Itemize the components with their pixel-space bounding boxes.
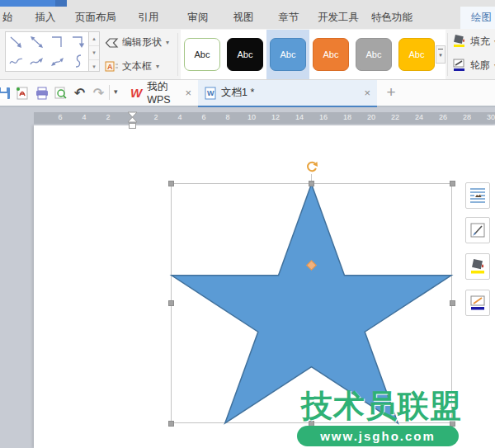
text-box-button[interactable]: A 文本框 ▾ bbox=[105, 59, 159, 73]
tab-document1-active[interactable]: W 文档1 * × bbox=[198, 80, 377, 106]
outline-icon bbox=[452, 58, 467, 73]
resize-handle-top-left[interactable] bbox=[168, 181, 174, 186]
style-swatch-black[interactable]: Abc bbox=[227, 38, 263, 71]
style-gallery-more-bar bbox=[438, 49, 443, 50]
tab-references[interactable]: 引用 bbox=[139, 7, 159, 29]
shape-style-button[interactable] bbox=[465, 217, 490, 243]
window-accent-bar bbox=[0, 0, 55, 7]
shape-curved-arrow[interactable] bbox=[26, 52, 47, 72]
layout-options-button[interactable] bbox=[465, 182, 490, 209]
shape-outline-button[interactable] bbox=[465, 290, 490, 316]
ribbon-tab-bar: 始 插入 页面布局 引用 审阅 视图 章节 开发工具 特色功能 绘图 bbox=[0, 7, 495, 29]
resize-handle-middle-left[interactable] bbox=[168, 300, 174, 306]
edit-shape-icon bbox=[105, 37, 119, 49]
ribbon-separator bbox=[447, 33, 448, 76]
edit-shape-dropdown-icon[interactable]: ▾ bbox=[166, 39, 169, 46]
style-swatch-orange[interactable]: Abc bbox=[313, 38, 349, 71]
shape-double-diagonal-arrow[interactable] bbox=[26, 32, 47, 52]
shape-diagonal-arrow[interactable] bbox=[6, 32, 26, 52]
rotate-handle-icon[interactable] bbox=[304, 160, 318, 177]
shape-elbow-arrow-connector[interactable] bbox=[68, 32, 88, 52]
shape-curved-double-arrow[interactable] bbox=[47, 52, 68, 72]
print-button[interactable] bbox=[34, 85, 50, 101]
style-gallery-more-button[interactable]: ▾ bbox=[436, 45, 446, 64]
gallery-scroll-down[interactable]: ▾ bbox=[89, 46, 99, 60]
edit-shape-label: 编辑形状 bbox=[122, 35, 162, 50]
shape-curve[interactable] bbox=[6, 52, 26, 72]
ruler-tick: 22 bbox=[391, 113, 399, 121]
tab-my-wps-close-icon[interactable]: × bbox=[185, 87, 191, 99]
document-toolbar: ↶ ↷ ▾ W 我的WPS × W 文档1 * × + bbox=[0, 80, 495, 107]
text-box-icon: A bbox=[105, 60, 119, 73]
fill-button[interactable]: 填充 ▾ bbox=[452, 34, 495, 49]
style-swatch-white[interactable]: Abc bbox=[184, 38, 220, 71]
undo-button[interactable]: ↶ bbox=[72, 85, 87, 101]
tab-draw-active[interactable]: 绘图 bbox=[460, 7, 495, 29]
tab-view[interactable]: 视图 bbox=[233, 7, 254, 29]
tab-my-wps[interactable]: W 我的WPS × bbox=[124, 80, 198, 106]
resize-handle-top-right[interactable] bbox=[450, 181, 455, 186]
horizontal-ruler[interactable]: 6 4 2 2 4 6 8 10 12 14 16 18 20 22 24 26… bbox=[34, 112, 495, 124]
print-preview-button[interactable] bbox=[52, 85, 68, 101]
ruler-tick: 18 bbox=[343, 113, 351, 121]
ruler-tick: 30 bbox=[487, 113, 495, 121]
tab-review[interactable]: 审阅 bbox=[188, 7, 209, 29]
tab-document1-label: 文档1 * bbox=[221, 86, 254, 100]
gallery-more-button[interactable]: ▾ bbox=[89, 60, 99, 73]
toolbar-separator bbox=[109, 85, 110, 100]
resize-handle-middle-right[interactable] bbox=[450, 300, 455, 306]
export-pdf-button[interactable] bbox=[14, 85, 30, 101]
style-swatch-gray[interactable]: Abc bbox=[356, 38, 392, 71]
indent-marker[interactable] bbox=[127, 111, 138, 133]
title-strip bbox=[0, 0, 495, 7]
ruler-tick: 12 bbox=[271, 113, 280, 121]
export-pdf-icon bbox=[15, 86, 30, 101]
resize-handle-bottom-left[interactable] bbox=[168, 421, 174, 427]
toolbar-overflow-button[interactable]: ▾ bbox=[114, 87, 118, 96]
wps-logo-icon: W bbox=[130, 86, 142, 100]
tab-home-partial[interactable]: 始 bbox=[2, 7, 13, 29]
tab-page-layout[interactable]: 页面布局 bbox=[75, 7, 116, 29]
tab-developer[interactable]: 开发工具 bbox=[318, 7, 359, 29]
ruler-tick: 6 bbox=[58, 113, 62, 121]
style-gallery-more-glyph: ▾ bbox=[439, 52, 442, 58]
print-icon bbox=[35, 86, 50, 101]
style-swatch-yellow[interactable]: Abc bbox=[398, 38, 435, 71]
style-swatch-blue-selected[interactable]: Abc bbox=[270, 38, 306, 71]
document-canvas-area: 6 4 2 2 4 6 8 10 12 14 16 18 20 22 24 26… bbox=[0, 107, 495, 448]
gallery-scroll-up[interactable]: ▴ bbox=[89, 32, 99, 46]
ruler-tick: 16 bbox=[319, 113, 328, 121]
resize-handle-top-middle[interactable] bbox=[309, 181, 314, 186]
style-swatch-wrap: Abc bbox=[352, 30, 395, 79]
tab-section[interactable]: 章节 bbox=[279, 7, 299, 29]
text-box-dropdown-icon[interactable]: ▾ bbox=[156, 63, 159, 70]
ruler-tick: 28 bbox=[463, 113, 471, 121]
save-button[interactable] bbox=[0, 85, 12, 101]
fill-label: 填充 bbox=[470, 35, 490, 49]
new-tab-button[interactable]: + bbox=[382, 83, 400, 102]
style-swatch-wrap: Abc bbox=[309, 30, 352, 79]
shape-fill-icon bbox=[469, 257, 487, 276]
svg-text:A: A bbox=[107, 63, 113, 71]
redo-button[interactable]: ↷ bbox=[91, 85, 106, 101]
shape-s-curve[interactable] bbox=[68, 52, 88, 72]
active-tab-underline bbox=[198, 106, 377, 107]
svg-text:W: W bbox=[207, 89, 214, 97]
tab-special-features[interactable]: 特色功能 bbox=[371, 7, 412, 29]
ruler-tick: 14 bbox=[295, 113, 304, 121]
tab-document1-close-icon[interactable]: × bbox=[364, 87, 370, 99]
ruler-tick: 26 bbox=[439, 113, 447, 121]
ribbon-separator bbox=[177, 33, 178, 76]
outline-label: 轮廓 bbox=[470, 59, 490, 73]
edit-shape-button[interactable]: 编辑形状 ▾ bbox=[105, 35, 169, 50]
ribbon-drawing-tools: ▴ ▾ ▾ 编辑形状 ▾ A 文本框 ▾ Abc Abc Abc Abc Abc… bbox=[0, 29, 495, 80]
shape-style-gallery: Abc Abc Abc Abc Abc Abc bbox=[181, 30, 446, 79]
shape-elbow-connector[interactable] bbox=[47, 32, 68, 52]
tab-insert[interactable]: 插入 bbox=[35, 7, 56, 29]
ruler-tick: 4 bbox=[82, 113, 86, 121]
shape-gallery-scroll: ▴ ▾ ▾ bbox=[89, 31, 100, 72]
shape-fill-button[interactable] bbox=[465, 253, 490, 280]
outline-button[interactable]: 轮廓 ▾ bbox=[452, 58, 495, 73]
style-swatch-wrap: Abc bbox=[266, 30, 309, 79]
shape-gallery bbox=[5, 31, 89, 72]
